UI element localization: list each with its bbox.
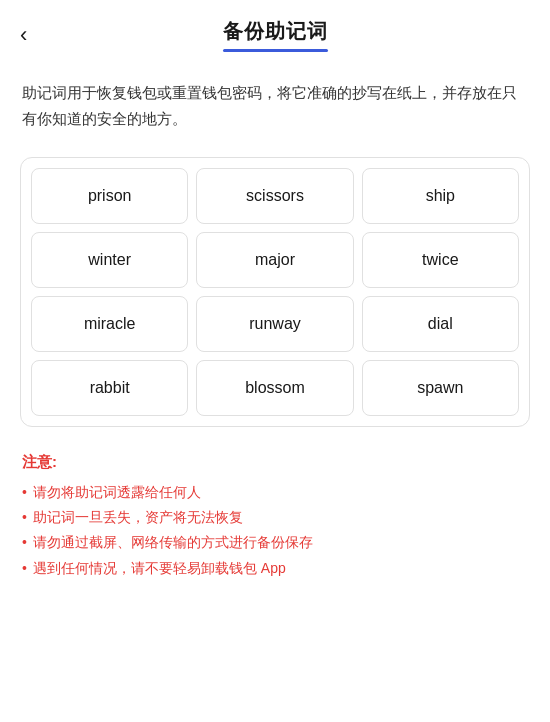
notice-item-2: 助记词一旦丢失，资产将无法恢复 — [22, 505, 528, 530]
header-title-wrapper: 备份助记词 — [223, 18, 328, 52]
mnemonic-word-9: dial — [362, 296, 519, 352]
mnemonic-word-1: prison — [31, 168, 188, 224]
mnemonic-word-6: twice — [362, 232, 519, 288]
mnemonic-word-4: winter — [31, 232, 188, 288]
title-underline — [223, 49, 328, 52]
mnemonic-word-3: ship — [362, 168, 519, 224]
mnemonic-word-5: major — [196, 232, 353, 288]
notice-title: 注意: — [22, 453, 528, 472]
mnemonic-word-8: runway — [196, 296, 353, 352]
back-button[interactable]: ‹ — [20, 24, 27, 46]
mnemonic-word-2: scissors — [196, 168, 353, 224]
notice-section: 注意: 请勿将助记词透露给任何人助记词一旦丢失，资产将无法恢复请勿通过截屏、网络… — [0, 443, 550, 601]
header: ‹ 备份助记词 — [0, 0, 550, 62]
mnemonic-word-11: blossom — [196, 360, 353, 416]
mnemonic-word-7: miracle — [31, 296, 188, 352]
description-text: 助记词用于恢复钱包或重置钱包密码，将它准确的抄写在纸上，并存放在只有你知道的安全… — [0, 62, 550, 141]
notice-item-3: 请勿通过截屏、网络传输的方式进行备份保存 — [22, 530, 528, 555]
mnemonic-grid: prisonscissorsshipwintermajortwicemiracl… — [31, 168, 519, 416]
notice-item-4: 遇到任何情况，请不要轻易卸载钱包 App — [22, 556, 528, 581]
mnemonic-grid-wrapper: prisonscissorsshipwintermajortwicemiracl… — [20, 157, 530, 427]
mnemonic-word-10: rabbit — [31, 360, 188, 416]
mnemonic-word-12: spawn — [362, 360, 519, 416]
page-title: 备份助记词 — [223, 18, 328, 45]
notice-item-1: 请勿将助记词透露给任何人 — [22, 480, 528, 505]
notice-list: 请勿将助记词透露给任何人助记词一旦丢失，资产将无法恢复请勿通过截屏、网络传输的方… — [22, 480, 528, 581]
